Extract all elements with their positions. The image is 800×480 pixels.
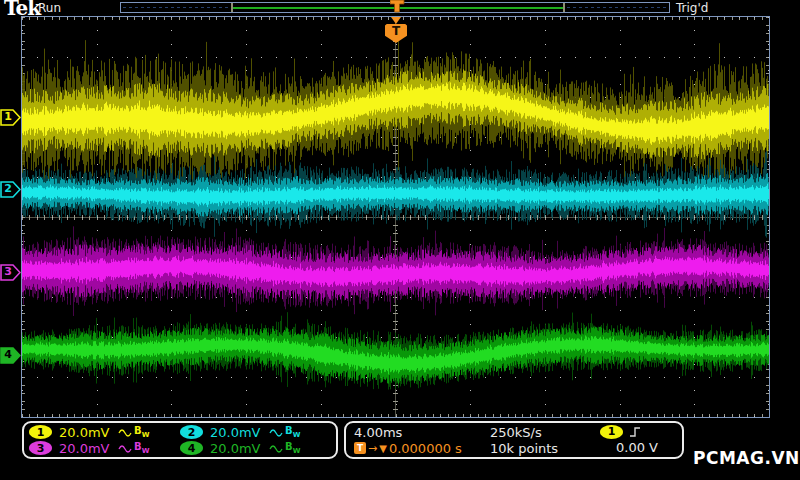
ac-coupling-icon <box>269 428 283 437</box>
channel-2-readout[interactable]: 2 20.0mV BW <box>180 424 331 440</box>
channel-4-scale: 20.0mV <box>210 441 262 456</box>
horizontal-scale[interactable]: 4.00ms <box>354 425 490 440</box>
channel-3-position-marker[interactable]: 3 <box>0 264 21 281</box>
channel-4-position-marker[interactable]: 4 <box>0 347 21 364</box>
arrow-right-icon: → <box>368 441 377 456</box>
trigger-column: 1 0.00 V <box>600 424 674 456</box>
acquisition-column: 250kS/s 10k points <box>490 424 600 456</box>
watermark: PCMAG.VN <box>693 448 800 468</box>
trigger-level: 0.00 V <box>600 440 674 455</box>
bw-letter: B <box>134 441 142 452</box>
bw-sub-letter: W <box>142 447 150 455</box>
acquisition-status: Run <box>38 1 61 15</box>
channel-3-scale: 20.0mV <box>59 441 111 456</box>
channel-2-coupling-icons: BW <box>269 425 300 439</box>
bw-sub-letter: W <box>142 431 150 439</box>
trigger-point-arrow-icon <box>391 17 401 24</box>
trigger-position-readout[interactable]: T → ▼ 0.000000 s <box>354 441 490 456</box>
bw-letter: B <box>285 441 293 452</box>
channel-2-scale: 20.0mV <box>210 425 262 440</box>
trigger-source-badge: 1 <box>600 425 623 439</box>
graticule <box>21 16 770 418</box>
trigger-position-marker-icon[interactable] <box>390 0 405 13</box>
channel-1-marker-label: 1 <box>2 109 14 126</box>
channel-1-readout[interactable]: 1 20.0mV BW <box>29 424 180 440</box>
oscilloscope-screen: Tek Run Trig'd T 1 2 3 4 1 20.0mV <box>0 0 800 480</box>
trigger-position-value: 0.000000 s <box>389 441 462 456</box>
acquisition-window-right-edge <box>563 3 565 12</box>
channel-4-coupling-icons: BW <box>269 441 300 455</box>
channel-3-readout[interactable]: 3 20.0mV BW <box>29 440 180 456</box>
trigger-source[interactable]: 1 <box>600 425 674 439</box>
bw-letter: B <box>134 425 142 436</box>
bandwidth-limit-icon: BW <box>134 425 149 439</box>
channel-1-badge: 1 <box>29 425 52 439</box>
bandwidth-limit-icon: BW <box>134 441 149 455</box>
bw-sub-letter: W <box>293 431 301 439</box>
channel-1-scale: 20.0mV <box>59 425 111 440</box>
rising-edge-icon <box>629 426 641 438</box>
channel-1-position-marker[interactable]: 1 <box>0 109 21 126</box>
waveform-canvas <box>22 17 769 417</box>
acquisition-window-left-edge <box>231 3 233 12</box>
channel-4-marker-label: 4 <box>2 347 14 364</box>
triangle-down-icon: ▼ <box>379 441 387 456</box>
ac-coupling-icon <box>118 444 132 453</box>
sample-rate: 250kS/s <box>490 425 600 440</box>
channel-4-badge: 4 <box>180 441 203 455</box>
horizontal-column: 4.00ms T → ▼ 0.000000 s <box>354 424 490 456</box>
channel-3-badge: 3 <box>29 441 52 455</box>
channel-2-badge: 2 <box>180 425 203 439</box>
channel-2-marker-label: 2 <box>2 181 14 198</box>
channel-3-marker-label: 3 <box>2 264 14 281</box>
bandwidth-limit-icon: BW <box>285 425 300 439</box>
channel-3-coupling-icons: BW <box>118 441 149 455</box>
horizontal-trigger-readout: 4.00ms T → ▼ 0.000000 s 250kS/s 10k poin… <box>344 421 684 459</box>
channel-2-position-marker[interactable]: 2 <box>0 181 21 198</box>
record-length: 10k points <box>490 441 600 456</box>
channel-4-readout[interactable]: 4 20.0mV BW <box>180 440 331 456</box>
bw-letter: B <box>285 425 293 436</box>
ac-coupling-icon <box>269 444 283 453</box>
trigger-status: Trig'd <box>676 1 708 15</box>
channel-readouts: 1 20.0mV BW 2 20.0mV BW 3 20.0mV <box>22 421 338 459</box>
ac-coupling-icon <box>118 428 132 437</box>
trigger-t-icon: T <box>354 442 366 454</box>
bw-sub-letter: W <box>293 447 301 455</box>
channel-1-coupling-icons: BW <box>118 425 149 439</box>
bandwidth-limit-icon: BW <box>285 441 300 455</box>
